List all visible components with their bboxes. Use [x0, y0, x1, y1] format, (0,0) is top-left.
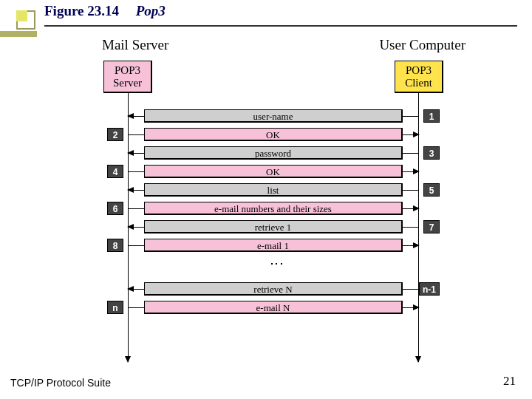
message-bar: retrieve 1: [144, 220, 403, 233]
slide-bullet-icon: [16, 10, 35, 30]
pop3-sequence-diagram: Mail Server User Computer POP3 Server PO…: [89, 37, 466, 362]
slide-accent-bar: [0, 31, 37, 37]
message-connector: [128, 245, 144, 246]
message-row: password3: [128, 146, 419, 161]
message-bar: list: [144, 183, 403, 197]
message-bar: retrieve N: [144, 282, 403, 296]
message-bar: user-name: [144, 109, 403, 123]
message-connector: [403, 116, 419, 117]
message-row: e-mail 18: [128, 239, 419, 253]
page-number: 21: [503, 374, 516, 389]
step-number: 3: [423, 146, 440, 160]
message-bar: OK: [144, 128, 403, 141]
step-number: 4: [107, 165, 123, 178]
arrow-left-icon: [127, 113, 134, 119]
message-connector: [128, 208, 144, 209]
figure-title: Figure 23.14 Pop3: [44, 3, 166, 19]
column-label-client: User Computer: [379, 37, 466, 53]
message-bar: OK: [144, 165, 403, 178]
message-row: retrieve 17: [128, 220, 419, 235]
message-row: list5: [128, 183, 419, 198]
message-bar: e-mail numbers and their sizes: [144, 202, 403, 215]
pop3-client-label: POP3 Client: [405, 64, 432, 89]
message-connector: [128, 171, 144, 172]
arrow-right-icon: [413, 132, 420, 137]
figure-number: Figure 23.14: [44, 3, 119, 18]
message-connector: [128, 134, 144, 135]
arrow-right-icon: [413, 168, 420, 174]
arrow-left-icon: [127, 224, 134, 230]
message-bar: password: [144, 146, 403, 160]
pop3-server-label: POP3 Server: [113, 64, 142, 89]
step-number: n: [107, 301, 123, 314]
arrow-right-icon: [413, 242, 420, 248]
column-label-server: Mail Server: [102, 37, 168, 53]
message-row: e-mail Nn: [128, 301, 419, 316]
arrow-right-icon: [413, 304, 420, 310]
step-number: 2: [107, 128, 123, 141]
message-connector: [403, 289, 419, 290]
message-row: user-name1: [128, 109, 419, 124]
message-row: OK2: [128, 128, 419, 143]
step-number: 6: [107, 202, 123, 215]
pop3-client-node: POP3 Client: [395, 61, 443, 93]
pop3-server-node: POP3 Server: [103, 61, 152, 93]
arrow-left-icon: [127, 187, 134, 193]
message-row: OK4: [128, 165, 419, 180]
ellipsis-vertical-icon: ⋮: [269, 257, 285, 272]
step-number: n-1: [419, 282, 440, 296]
step-number: 1: [423, 109, 440, 123]
message-connector: [128, 307, 144, 308]
step-number: 8: [107, 239, 123, 252]
message-bar: e-mail N: [144, 301, 403, 314]
message-connector: [403, 227, 419, 228]
figure-name: Pop3: [136, 3, 166, 18]
arrow-left-icon: [127, 150, 134, 156]
step-number: 7: [423, 220, 440, 233]
footer-source: TCP/IP Protocol Suite: [10, 377, 111, 389]
title-underline: [44, 25, 517, 27]
arrow-right-icon: [413, 205, 420, 211]
message-row: e-mail numbers and their sizes6: [128, 202, 419, 216]
message-bar: e-mail 1: [144, 239, 403, 252]
message-row: retrieve Nn-1: [128, 282, 419, 297]
message-connector: [403, 153, 419, 154]
arrow-left-icon: [127, 286, 134, 292]
step-number: 5: [423, 183, 440, 197]
message-connector: [403, 190, 419, 191]
